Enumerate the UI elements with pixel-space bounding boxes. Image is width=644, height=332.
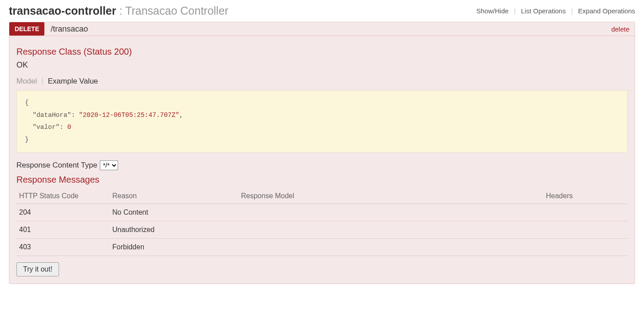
status-code-cell: 401 [16, 221, 110, 239]
col-reason: Reason [110, 188, 238, 204]
headers-cell [543, 239, 628, 256]
model-cell [238, 221, 543, 239]
controller-sep: : [116, 4, 125, 17]
list-operations-link[interactable]: List Operations [521, 7, 566, 15]
operation-header[interactable]: DELETE /transacao delete [9, 22, 635, 36]
table-header-row: HTTP Status Code Reason Response Model H… [16, 188, 628, 204]
action-sep: | [514, 7, 516, 15]
action-sep: | [571, 7, 573, 15]
show-hide-link[interactable]: Show/Hide [476, 7, 509, 15]
status-code-cell: 204 [16, 204, 110, 221]
response-messages-heading: Response Messages [16, 175, 628, 185]
response-content-type-row: Response Content Type */* [16, 160, 628, 170]
response-content-type-select[interactable]: */* [100, 160, 118, 170]
operation-container: DELETE /transacao delete Response Class … [9, 22, 635, 284]
tab-model[interactable]: Model [16, 77, 37, 86]
controller-actions: Show/Hide | List Operations | Expand Ope… [476, 7, 635, 15]
json-key: "valor" [32, 124, 59, 131]
reason-cell: No Content [110, 204, 238, 221]
json-key: "dataHora" [32, 112, 71, 119]
operation-path: /transacao [51, 24, 88, 34]
operation-body: Response Class (Status 200) OK Model | E… [9, 36, 635, 284]
tab-example-value[interactable]: Example Value [48, 77, 98, 86]
model-example-tabs: Model | Example Value [16, 77, 628, 86]
response-messages-table: HTTP Status Code Reason Response Model H… [16, 188, 628, 256]
response-status-text: OK [16, 60, 628, 70]
status-code-cell: 403 [16, 239, 110, 256]
response-content-type-label: Response Content Type [16, 161, 97, 170]
reason-cell: Unauthorized [110, 221, 238, 239]
response-class-heading: Response Class (Status 200) [16, 47, 628, 57]
example-json-block[interactable]: { "dataHora": "2020-12-06T05:25:47.707Z"… [16, 90, 628, 152]
controller-header: transacao-controller : Transacao Control… [9, 4, 635, 20]
operation-summary: delete [611, 25, 629, 33]
tab-sep: | [41, 77, 43, 86]
col-response-model: Response Model [238, 188, 543, 204]
controller-desc: Transacao Controller [125, 4, 229, 17]
col-http-status: HTTP Status Code [16, 188, 110, 204]
model-cell [238, 204, 543, 221]
reason-cell: Forbidden [110, 239, 238, 256]
http-method-badge: DELETE [9, 22, 44, 36]
headers-cell [543, 221, 628, 239]
headers-cell [543, 204, 628, 221]
try-it-out-button[interactable]: Try it out! [16, 262, 59, 276]
json-string: "2020-12-06T05:25:47.707Z" [79, 112, 179, 119]
col-headers: Headers [543, 188, 628, 204]
controller-name: transacao-controller [9, 4, 116, 17]
expand-operations-link[interactable]: Expand Operations [578, 7, 635, 15]
controller-title[interactable]: transacao-controller : Transacao Control… [9, 4, 229, 17]
table-row: 401 Unauthorized [16, 221, 628, 239]
model-cell [238, 239, 543, 256]
table-row: 204 No Content [16, 204, 628, 221]
json-number: 0 [67, 124, 71, 131]
table-row: 403 Forbidden [16, 239, 628, 256]
